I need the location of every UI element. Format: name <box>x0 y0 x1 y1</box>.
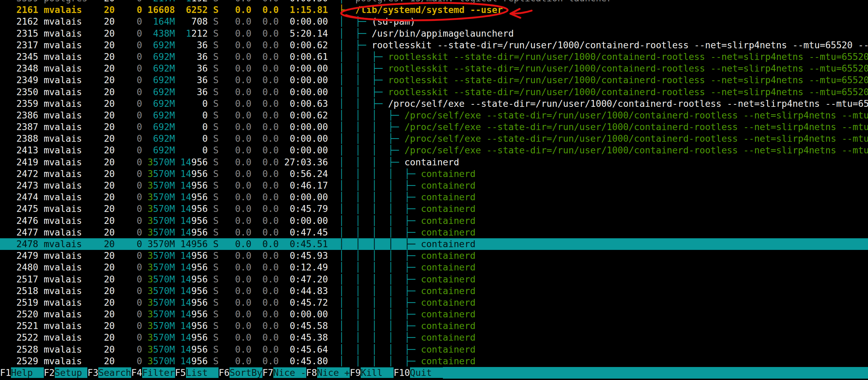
process-row-2476[interactable]: 2476 mvalais 20 0 3570M 14956 S 0.0 0.0 … <box>0 215 868 227</box>
fkey-f1-help[interactable]: F1Help <box>0 367 44 379</box>
fkey-action-label: Search <box>98 367 131 378</box>
process-row-2518[interactable]: 2518 mvalais 20 0 3570M 14956 S 0.0 0.0 … <box>0 285 868 297</box>
process-row-2350[interactable]: 2350 mvalais 20 0 692M 36 S 0.0 0.0 0:00… <box>0 86 868 98</box>
htop-terminal: { "app": "htop process tree (terminal)",… <box>0 0 868 380</box>
function-key-bar: F1Help F2Setup F3SearchF4FilterF5List F6… <box>0 367 868 379</box>
process-row-2472[interactable]: 2472 mvalais 20 0 3570M 14956 S 0.0 0.0 … <box>0 168 868 180</box>
process-row-2519[interactable]: 2519 mvalais 20 0 3570M 14956 S 0.0 0.0 … <box>0 297 868 308</box>
fkey-action-label: Filter <box>142 367 175 378</box>
process-row-2517[interactable]: 2517 mvalais 20 0 3570M 14956 S 0.0 0.0 … <box>0 274 868 285</box>
process-row-2528[interactable]: 2528 mvalais 20 0 3570M 14956 S 0.0 0.0 … <box>0 344 868 355</box>
process-row-2413[interactable]: 2413 mvalais 20 0 692M 0 S 0.0 0.0 0:00.… <box>0 144 868 156</box>
fkey-f8-nice-[interactable]: F8Nice + <box>306 367 350 379</box>
process-row-2349[interactable]: 2349 mvalais 20 0 692M 36 S 0.0 0.0 0:00… <box>0 74 868 86</box>
fkey-action-label: Quit <box>410 367 443 378</box>
fkey-action-label: Help <box>11 367 44 378</box>
fkey-label: F4 <box>131 367 142 378</box>
fkey-action-label: Nice + <box>317 367 350 378</box>
fkey-action-label: Setup <box>55 367 88 378</box>
process-row-2386[interactable]: 2386 mvalais 20 0 692M 0 S 0.0 0.0 0:00.… <box>0 110 868 121</box>
process-row-2475[interactable]: 2475 mvalais 20 0 3570M 14956 S 0.0 0.0 … <box>0 203 868 215</box>
process-row-2317[interactable]: 2317 mvalais 20 0 692M 36 S 0.0 0.0 0:00… <box>0 39 868 51</box>
fkey-f9-kill[interactable]: F9Kill <box>350 367 394 379</box>
fkey-label: F2 <box>44 367 55 378</box>
process-row-2359[interactable]: 2359 mvalais 20 0 692M 0 S 0.0 0.0 0:00.… <box>0 98 868 110</box>
process-row-2477[interactable]: 2477 mvalais 20 0 3570M 14956 S 0.0 0.0 … <box>0 227 868 238</box>
fkey-label: F9 <box>350 367 361 378</box>
process-row-2521[interactable]: 2521 mvalais 20 0 3570M 14956 S 0.0 0.0 … <box>0 320 868 332</box>
fkey-label: F8 <box>306 367 317 378</box>
fkey-f6-sortby[interactable]: F6SortBy <box>219 367 262 379</box>
fkey-action-label: Kill <box>361 367 394 378</box>
fkey-f4-filter[interactable]: F4Filter <box>131 367 175 379</box>
fkey-label: F10 <box>394 367 410 378</box>
fkey-label: F6 <box>219 367 230 378</box>
process-row-2529[interactable]: 2529 mvalais 20 0 3570M 14956 S 0.0 0.0 … <box>0 355 868 367</box>
process-table: 3359 postgres 20 0 217M 1192 S 0.0 0.0 0… <box>0 0 868 367</box>
process-row-2388[interactable]: 2388 mvalais 20 0 692M 0 S 0.0 0.0 0:00.… <box>0 133 868 144</box>
process-row-2161[interactable]: 2161 mvalais 20 0 16608 6252 S 0.0 0.0 1… <box>0 4 868 16</box>
process-row-2345[interactable]: 2345 mvalais 20 0 692M 36 S 0.0 0.0 0:00… <box>0 51 868 63</box>
process-row-3359[interactable]: 3359 postgres 20 0 217M 1192 S 0.0 0.0 0… <box>0 0 868 4</box>
fkey-f2-setup[interactable]: F2Setup <box>44 367 88 379</box>
fkey-action-label: SortBy <box>230 367 262 378</box>
fkey-label: F3 <box>87 367 98 378</box>
fkey-f7-nice-[interactable]: F7Nice - <box>262 367 306 379</box>
fkey-f10-quit[interactable]: F10Quit <box>394 367 443 379</box>
fkey-f3-search[interactable]: F3Search <box>87 367 131 379</box>
process-row-2162[interactable]: 2162 mvalais 20 0 164M 708 S 0.0 0.0 0:0… <box>0 16 868 27</box>
fkey-label: F5 <box>175 367 186 378</box>
process-row-2419[interactable]: 2419 mvalais 20 0 3570M 14956 S 0.0 0.0 … <box>0 156 868 168</box>
process-row-selected[interactable]: 2478 mvalais 20 0 3570M 14956 S 0.0 0.0 … <box>0 238 868 250</box>
fkey-f5-list[interactable]: F5List <box>175 367 219 379</box>
fkey-label: F1 <box>0 367 11 378</box>
fkey-label: F7 <box>262 367 273 378</box>
process-row-2520[interactable]: 2520 mvalais 20 0 3570M 14956 S 0.0 0.0 … <box>0 308 868 320</box>
process-row-2474[interactable]: 2474 mvalais 20 0 3570M 14956 S 0.0 0.0 … <box>0 191 868 203</box>
function-bar-filler <box>443 367 868 379</box>
fkey-action-label: List <box>186 367 219 378</box>
process-row-2348[interactable]: 2348 mvalais 20 0 692M 36 S 0.0 0.0 0:00… <box>0 63 868 74</box>
process-row-2387[interactable]: 2387 mvalais 20 0 692M 0 S 0.0 0.0 0:00.… <box>0 121 868 133</box>
process-row-2479[interactable]: 2479 mvalais 20 0 3570M 14956 S 0.0 0.0 … <box>0 250 868 262</box>
process-row-2480[interactable]: 2480 mvalais 20 0 3570M 14956 S 0.0 0.0 … <box>0 262 868 273</box>
fkey-action-label: Nice - <box>273 367 306 378</box>
process-row-2315[interactable]: 2315 mvalais 20 0 438M 1212 S 0.0 0.0 5:… <box>0 28 868 39</box>
process-row-2522[interactable]: 2522 mvalais 20 0 3570M 14956 S 0.0 0.0 … <box>0 332 868 343</box>
process-row-2473[interactable]: 2473 mvalais 20 0 3570M 14956 S 0.0 0.0 … <box>0 180 868 191</box>
